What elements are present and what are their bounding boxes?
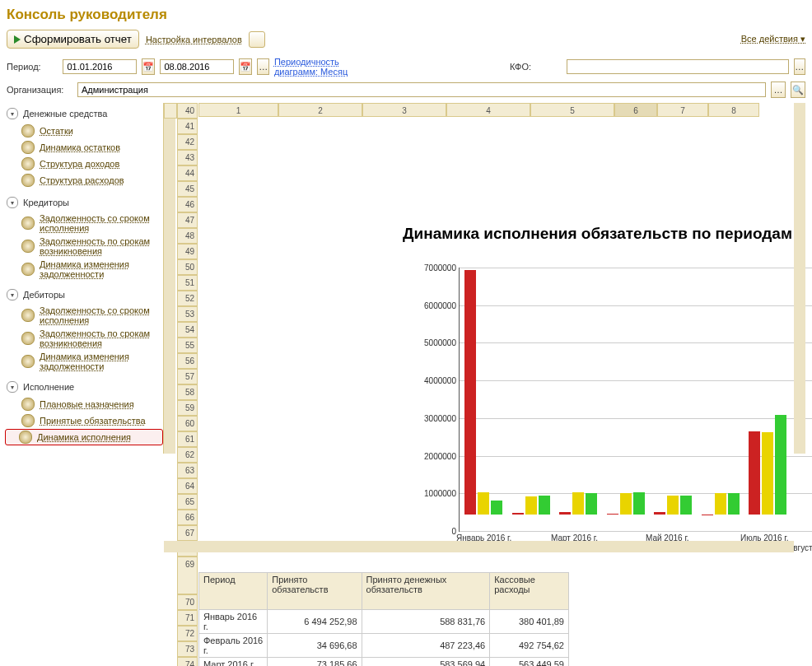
- vertical-scrollbar[interactable]: [794, 103, 805, 454]
- tree-item[interactable]: Динамика исполнения: [5, 429, 163, 445]
- report-table: ПериодПринято обязательствПринято денежн…: [198, 572, 783, 666]
- chart-bar: [654, 512, 665, 515]
- chart-bar: [539, 496, 550, 515]
- chart-bar: [586, 493, 597, 515]
- chart-bar: [464, 270, 476, 515]
- chart-bar: [775, 415, 786, 515]
- gear-icon: [21, 141, 35, 154]
- chart-bar: [491, 501, 502, 515]
- calendar-icon[interactable]: 📅: [239, 58, 252, 75]
- chart-bar: [620, 493, 632, 515]
- kfo-ellipsis-button[interactable]: …: [794, 58, 805, 75]
- chevron-down-icon: ▾: [7, 381, 18, 393]
- page-title: Консоль руководителя: [7, 7, 805, 23]
- date-from-input[interactable]: [63, 59, 137, 74]
- tree-group-head[interactable]: ▾Исполнение: [7, 381, 163, 393]
- period-ellipsis-button[interactable]: …: [257, 58, 268, 75]
- kfo-input[interactable]: [567, 59, 789, 74]
- tree-item[interactable]: Динамика изменения задолженности: [7, 350, 163, 373]
- tree-item[interactable]: Задолженность по срокам возникновения: [7, 327, 163, 350]
- gear-icon: [21, 240, 35, 253]
- settings-icon-button[interactable]: [249, 31, 265, 48]
- table-header: Принято денежных обязательств: [362, 573, 490, 610]
- chart-bar: [607, 514, 618, 515]
- gear-icon: [21, 398, 35, 411]
- chart-bar: [512, 513, 524, 515]
- chart-bar: [728, 493, 740, 515]
- plot-background: Январь 2016 г.Февраль 2016 г.Март 2016 г…: [459, 268, 812, 532]
- kfo-label: КФО:: [510, 62, 561, 72]
- chevron-down-icon: ▾: [7, 197, 18, 208]
- gear-icon: [19, 431, 32, 444]
- table-header: Кассовые расходы: [490, 573, 569, 610]
- chart-bar: [762, 432, 773, 515]
- horizontal-scrollbar[interactable]: [164, 541, 794, 552]
- gear-icon: [21, 309, 35, 322]
- interval-settings-link[interactable]: Настройка интервалов: [146, 35, 242, 44]
- tree-item[interactable]: Задолженность по срокам возникновения: [7, 235, 163, 258]
- form-report-button[interactable]: Сформировать отчет: [7, 30, 139, 49]
- chart-plot: 0100000020000003000000400000050000006000…: [411, 268, 812, 547]
- chart-bar: [633, 492, 645, 515]
- chevron-down-icon: ▾: [7, 108, 18, 119]
- form-report-label: Сформировать отчет: [24, 33, 132, 45]
- all-actions-link[interactable]: Все действия ▾: [741, 34, 805, 44]
- tree-item[interactable]: Структура доходов: [7, 156, 163, 172]
- org-label: Организация:: [7, 85, 72, 95]
- table-header: Период: [199, 573, 268, 610]
- sidebar: ▾Денежные средстваОстаткиДинамика остатк…: [7, 103, 163, 454]
- tree-item[interactable]: Задолженность со сроком исполнения: [7, 304, 163, 327]
- gear-icon: [21, 174, 35, 187]
- play-icon: [14, 35, 21, 44]
- tree-group-head[interactable]: ▾Кредиторы: [7, 197, 163, 208]
- chart-bar: [478, 492, 489, 515]
- ruler-corner: [164, 103, 177, 119]
- tree-group-head[interactable]: ▾Денежные средства: [7, 108, 163, 119]
- tree-item[interactable]: Задолженность со сроком исполнения: [7, 212, 163, 235]
- table-row[interactable]: Февраль 2016 г.34 696,68487 223,46492 75…: [199, 634, 569, 658]
- row-ruler: 4041424344454647484950515253545556575859…: [177, 103, 198, 666]
- chart-bar: [667, 496, 679, 515]
- period-label: Период:: [7, 62, 58, 72]
- table-row[interactable]: Март 2016 г.73 185,66583 569,94563 449,5…: [199, 658, 569, 667]
- gear-icon: [21, 414, 35, 427]
- periodicity-link[interactable]: Периодичность диаграмм: Месяц: [274, 57, 385, 77]
- tree-item[interactable]: Динамика изменения задолженности: [7, 258, 163, 281]
- gear-icon: [21, 332, 35, 345]
- filter-row-period: Период: 📅 📅 … Периодичность диаграмм: Ме…: [7, 57, 805, 77]
- chart-bar: [559, 512, 571, 515]
- filter-row-org: Организация: … 🔍: [7, 82, 805, 98]
- tree-group-head[interactable]: ▾Дебиторы: [7, 289, 163, 300]
- tree-item[interactable]: Динамика остатков: [7, 139, 163, 156]
- chart-bar: [680, 496, 692, 515]
- calendar-icon[interactable]: 📅: [142, 58, 155, 75]
- gear-icon: [21, 217, 35, 230]
- chart-bar: [749, 431, 760, 515]
- tree-item[interactable]: Структура расходов: [7, 172, 163, 189]
- top-ruler: 12345678: [198, 103, 759, 117]
- y-axis: 0100000020000003000000400000050000006000…: [411, 268, 456, 547]
- gear-icon: [21, 157, 35, 170]
- gear-icon: [21, 124, 35, 137]
- table-header: Принято обязательств: [268, 573, 362, 610]
- gear-icon: [21, 355, 35, 368]
- chart-title: Динамика исполнения обязательств по пери…: [403, 225, 792, 243]
- table-row[interactable]: Январь 2016 г.6 494 252,98588 831,76380 …: [199, 610, 569, 634]
- tree-item[interactable]: Остатки: [7, 123, 163, 139]
- chevron-down-icon: ▾: [7, 289, 18, 300]
- content: 12345678 4041424344454647484950515253545…: [163, 103, 805, 454]
- date-to-input[interactable]: [160, 59, 234, 74]
- tree-item[interactable]: Принятые обязательства: [7, 412, 163, 429]
- gear-icon: [21, 263, 35, 276]
- outline-gutter: [164, 103, 175, 454]
- org-ellipsis-button[interactable]: …: [771, 82, 786, 98]
- toolbar: Сформировать отчет Настройка интервалов …: [7, 30, 805, 49]
- chart-bar: [715, 493, 726, 515]
- chart-bar: [572, 492, 584, 515]
- tree-item[interactable]: Плановые назначения: [7, 396, 163, 412]
- chart-bar: [525, 496, 537, 515]
- org-search-button[interactable]: 🔍: [791, 82, 805, 98]
- org-input[interactable]: [77, 82, 766, 97]
